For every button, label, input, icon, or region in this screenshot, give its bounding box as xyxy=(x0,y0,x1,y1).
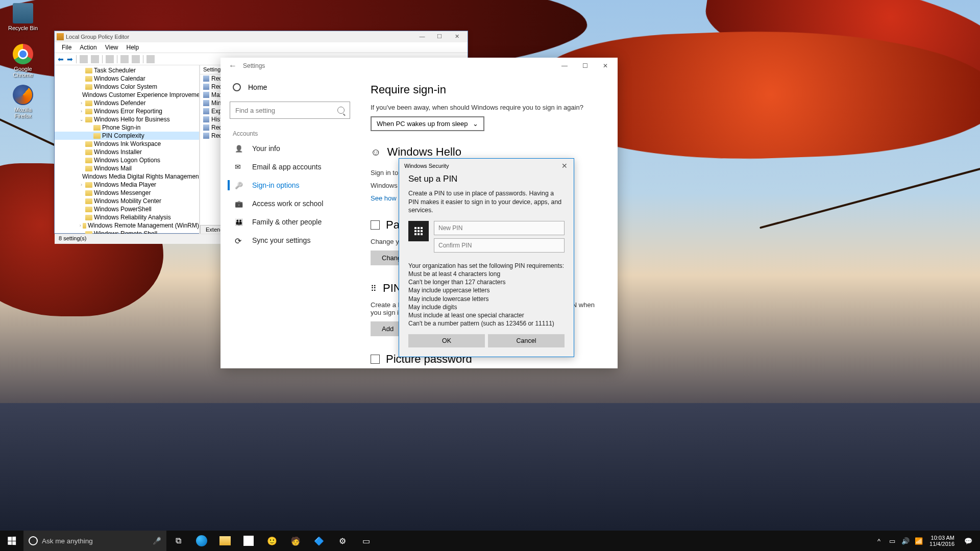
desktop-icon-firefox[interactable]: Mozilla Firefox xyxy=(5,85,41,119)
start-button[interactable] xyxy=(0,531,23,551)
tray-network-icon[interactable]: 📶 xyxy=(912,531,925,551)
sidebar-item-label: Sync your settings xyxy=(252,236,310,244)
sidebar-item-family-other-people[interactable]: Family & other people xyxy=(228,213,355,231)
gear-icon xyxy=(233,83,241,91)
sidebar-home[interactable]: Home xyxy=(228,80,355,94)
back-icon[interactable]: ⬅ xyxy=(58,55,64,63)
folder-icon xyxy=(85,215,92,220)
maximize-button[interactable]: ☐ xyxy=(575,58,595,74)
close-button[interactable]: ✕ xyxy=(448,32,465,42)
toolbar-icon[interactable] xyxy=(132,55,140,63)
tree-node[interactable]: Windows Ink Workspace xyxy=(55,140,199,148)
close-icon[interactable]: ✕ xyxy=(560,162,569,170)
task-view-button[interactable]: ⧉ xyxy=(166,531,190,551)
cancel-button[interactable]: Cancel xyxy=(488,334,565,347)
taskbar-app[interactable]: ▭ xyxy=(354,531,378,551)
taskbar-app[interactable]: 🧑 xyxy=(284,531,307,551)
settings-search[interactable]: Find a setting xyxy=(230,102,350,119)
sidebar-item-your-info[interactable]: Your info xyxy=(228,139,355,158)
taskbar-app-settings[interactable]: ⚙ xyxy=(331,531,354,551)
tray-battery-icon[interactable]: ▭ xyxy=(886,531,899,551)
folder-icon xyxy=(219,536,231,545)
picture-icon xyxy=(371,355,380,364)
mail-icon xyxy=(235,163,243,171)
tree-label: Windows Mobility Center xyxy=(94,197,161,205)
toolbar-icon[interactable] xyxy=(106,55,114,63)
tray-overflow-icon[interactable]: ^ xyxy=(872,531,886,551)
gpedit-tree[interactable]: Task SchedulerWindows CalendarWindows Co… xyxy=(55,65,200,234)
folder-icon xyxy=(85,141,92,147)
toolbar-icon[interactable] xyxy=(80,55,88,63)
policy-icon xyxy=(203,76,209,82)
maximize-button[interactable]: ☐ xyxy=(431,32,448,42)
tree-node[interactable]: ›Windows Remote Management (WinRM) xyxy=(55,221,199,230)
pin-icon: ⠿ xyxy=(371,284,377,293)
sidebar-group-label: Accounts xyxy=(228,128,355,139)
tree-node[interactable]: Phone Sign-in xyxy=(55,123,199,132)
desktop-icon-recycle-bin[interactable]: Recycle Bin xyxy=(5,3,41,31)
tree-node[interactable]: Windows Remote Shell xyxy=(55,230,199,234)
taskbar-app-store[interactable]: 🛍 xyxy=(237,531,260,551)
folder-icon xyxy=(85,231,92,234)
filter-icon[interactable] xyxy=(146,55,155,63)
tree-node[interactable]: Windows Reliability Analysis xyxy=(55,213,199,221)
toolbar-icon[interactable] xyxy=(120,55,129,63)
menu-file[interactable]: File xyxy=(58,42,76,53)
taskbar-app-edge[interactable] xyxy=(190,531,213,551)
cortana-icon xyxy=(29,536,38,545)
cortana-search[interactable]: Ask me anything 🎤 xyxy=(23,531,166,551)
tree-node[interactable]: Windows Logon Options xyxy=(55,156,199,164)
store-icon: 🛍 xyxy=(243,536,254,546)
action-center-icon[interactable]: 💬 xyxy=(959,531,978,551)
menu-view[interactable]: View xyxy=(101,42,122,53)
back-button[interactable]: ← xyxy=(223,61,243,70)
folder-icon xyxy=(85,109,92,114)
gpedit-titlebar[interactable]: Local Group Policy Editor — ☐ ✕ xyxy=(55,31,468,42)
tree-node[interactable]: ⌄Windows Hello for Business xyxy=(55,115,199,123)
taskbar-app[interactable]: 🔷 xyxy=(307,531,331,551)
tree-node[interactable]: ›Windows Defender xyxy=(55,99,199,107)
require-sign-in-select[interactable]: When PC wakes up from sleep ⌄ xyxy=(371,116,484,131)
sidebar-item-sign-in-options[interactable]: Sign-in options xyxy=(228,176,355,194)
tree-node[interactable]: Windows Customer Experience Improvement … xyxy=(55,91,199,99)
tree-node[interactable]: Windows Mail xyxy=(55,164,199,172)
taskbar-app[interactable]: 🙂 xyxy=(260,531,284,551)
confirm-pin-input[interactable] xyxy=(434,238,565,253)
tree-node[interactable]: Windows Installer xyxy=(55,148,199,156)
tray-volume-icon[interactable]: 🔊 xyxy=(899,531,912,551)
sidebar-item-sync-your-settings[interactable]: Sync your settings xyxy=(228,231,355,249)
tree-node[interactable]: ›Windows Media Player xyxy=(55,181,199,189)
new-pin-input[interactable] xyxy=(434,221,565,235)
dialog-heading: Set up a PIN xyxy=(399,173,574,189)
sidebar-item-label: Your info xyxy=(252,144,280,153)
pin-requirement-line: May include uppercase letters xyxy=(408,286,565,294)
tree-node[interactable]: Windows Color System xyxy=(55,83,199,91)
brief-icon xyxy=(235,199,243,208)
tree-node[interactable]: ›Windows Error Reporting xyxy=(55,107,199,115)
minimize-button[interactable]: — xyxy=(554,58,575,74)
tree-label: Windows Installer xyxy=(94,148,142,156)
tree-node[interactable]: Windows Calendar xyxy=(55,74,199,83)
policy-icon xyxy=(203,108,209,114)
tree-node[interactable]: Windows PowerShell xyxy=(55,205,199,213)
sidebar-item-access-work-or-school[interactable]: Access work or school xyxy=(228,194,355,213)
tree-node[interactable]: Windows Media Digital Rights Management xyxy=(55,172,199,181)
minimize-button[interactable]: — xyxy=(413,32,431,42)
settings-titlebar[interactable]: ← Settings — ☐ ✕ xyxy=(220,58,618,74)
tree-node[interactable]: Task Scheduler xyxy=(55,66,199,74)
toolbar-icon[interactable] xyxy=(91,55,99,63)
desktop-icon-chrome[interactable]: Google Chrome xyxy=(5,44,41,78)
sidebar-item-email-app-accounts[interactable]: Email & app accounts xyxy=(228,158,355,176)
ok-button[interactable]: OK xyxy=(408,334,485,347)
system-clock[interactable]: 10:03 AM 11/4/2016 xyxy=(925,535,959,547)
close-button[interactable]: ✕ xyxy=(595,58,616,74)
tree-node[interactable]: Windows Mobility Center xyxy=(55,197,199,205)
forward-icon[interactable]: ➡ xyxy=(67,55,73,63)
folder-icon xyxy=(85,76,92,82)
chevron-down-icon: ⌄ xyxy=(473,120,478,128)
tree-node[interactable]: PIN Complexity xyxy=(55,132,199,140)
taskbar-app-explorer[interactable] xyxy=(213,531,237,551)
menu-help[interactable]: Help xyxy=(122,42,143,53)
tree-node[interactable]: Windows Messenger xyxy=(55,189,199,197)
menu-action[interactable]: Action xyxy=(76,42,101,53)
